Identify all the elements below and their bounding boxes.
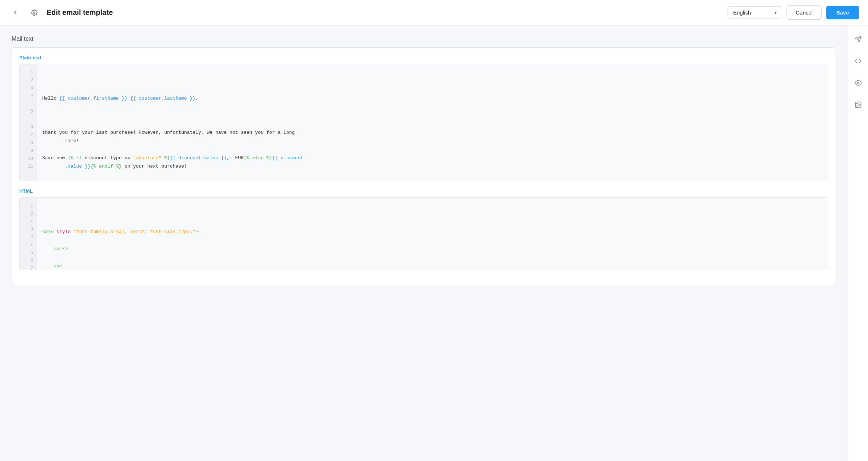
plain-text-editor[interactable]: 1 2 3 4 5 6 7 8 9 10 11	[19, 64, 828, 181]
html-code[interactable]: <div style="font-family:arial, serif; fo…	[37, 198, 828, 270]
code-view-button[interactable]	[852, 55, 865, 68]
settings-button[interactable]	[28, 6, 41, 19]
lang-label: English	[733, 9, 751, 16]
header-actions: English ▾ Cancel Save	[728, 5, 859, 20]
content-area: Mail text Plain text 1 2 3 4 5 6 7	[0, 25, 848, 461]
plain-text-label: Plain text	[19, 55, 828, 60]
right-sidebar	[848, 25, 868, 461]
plain-text-code[interactable]: Hello {{ customer.firstName }} {{ custom…	[37, 64, 828, 181]
page-title: Edit email template	[47, 8, 113, 17]
main-layout: Mail text Plain text 1 2 3 4 5 6 7	[0, 25, 868, 461]
header: Edit email template English ▾ Cancel Sav…	[0, 0, 868, 25]
svg-point-3	[857, 82, 859, 84]
back-button[interactable]	[9, 6, 22, 19]
language-select[interactable]: English ▾	[728, 6, 782, 19]
send-button[interactable]	[852, 33, 865, 46]
mail-text-section-label: Mail text	[12, 36, 836, 42]
svg-point-0	[33, 12, 35, 13]
preview-button[interactable]	[852, 76, 865, 89]
html-line-numbers: 1 2 ▾ 3 4 ▾ 5 6 7 8	[20, 198, 37, 270]
image-button[interactable]	[852, 98, 865, 111]
cancel-button[interactable]: Cancel	[787, 5, 822, 20]
svg-point-5	[856, 103, 857, 104]
html-editor[interactable]: 1 2 ▾ 3 4 ▾ 5 6 7 8 <div style="font-fam…	[19, 197, 828, 270]
editor-card: Plain text 1 2 3 4 5 6 7 8 9	[12, 47, 836, 285]
html-label: HTML	[19, 188, 828, 194]
header-left: Edit email template	[9, 6, 113, 19]
save-button[interactable]: Save	[826, 6, 859, 19]
plain-text-line-numbers: 1 2 3 4 5 6 7 8 9 10 11	[20, 64, 37, 181]
chevron-down-icon: ▾	[775, 10, 777, 15]
